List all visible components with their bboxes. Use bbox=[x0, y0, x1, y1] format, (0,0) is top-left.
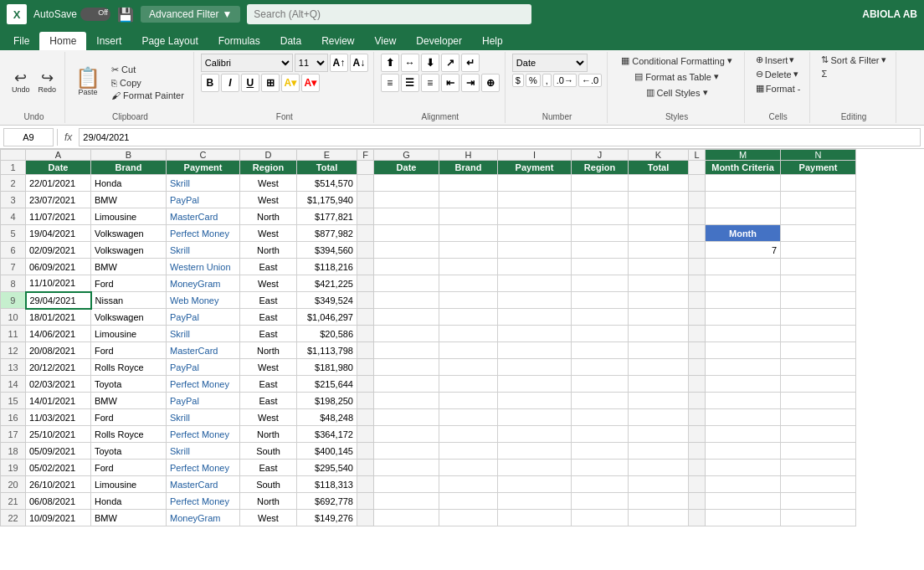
cell-total[interactable]: $364,172 bbox=[297, 426, 357, 443]
cell-payment-criteria[interactable] bbox=[781, 342, 856, 359]
cell-brand[interactable]: Honda bbox=[91, 175, 167, 192]
cell-filter-3[interactable] bbox=[572, 208, 629, 225]
cell-month-criteria[interactable] bbox=[706, 309, 781, 326]
cell-region[interactable]: West bbox=[240, 225, 297, 242]
header-date[interactable]: Date bbox=[26, 161, 91, 175]
font-size-select[interactable]: 11 bbox=[295, 54, 328, 72]
header-region[interactable]: Region bbox=[240, 161, 297, 175]
decrease-font-btn[interactable]: A↓ bbox=[350, 54, 368, 72]
cell-date[interactable]: 06/09/2021 bbox=[26, 259, 91, 275]
autosave-toggle[interactable] bbox=[80, 8, 110, 21]
cell-brand[interactable]: Nissan bbox=[91, 292, 167, 309]
tab-review[interactable]: Review bbox=[311, 32, 364, 50]
cell-filter-4[interactable] bbox=[629, 359, 689, 376]
cell-filter-1[interactable] bbox=[439, 208, 498, 225]
cell-date[interactable]: 20/08/2021 bbox=[26, 342, 91, 359]
cell-filter-1[interactable] bbox=[439, 192, 498, 208]
header-total2[interactable]: Total bbox=[629, 161, 689, 175]
cell-payment-criteria[interactable] bbox=[781, 275, 856, 292]
wrap-text-btn[interactable]: ↵ bbox=[461, 54, 480, 72]
comma-btn[interactable]: , bbox=[542, 74, 552, 87]
cell-date[interactable]: 19/04/2021 bbox=[26, 225, 91, 242]
paste-button[interactable]: 📋 Paste bbox=[72, 66, 104, 98]
cell-filter-4[interactable] bbox=[629, 393, 689, 409]
cell-date[interactable]: 22/01/2021 bbox=[26, 175, 91, 192]
cell-date[interactable]: 14/06/2021 bbox=[26, 326, 91, 342]
grid-container[interactable]: A B C D E F G H I J K L M N bbox=[0, 149, 924, 570]
cell-filter-2[interactable] bbox=[498, 393, 572, 409]
cell-month-criteria[interactable] bbox=[706, 342, 781, 359]
cell-payment[interactable]: Perfect Money bbox=[167, 376, 240, 393]
cell-region[interactable]: West bbox=[240, 192, 297, 208]
italic-button[interactable]: I bbox=[221, 74, 239, 92]
cell-total[interactable]: $181,980 bbox=[297, 359, 357, 376]
cell-payment[interactable]: Skrill bbox=[167, 242, 240, 259]
cell-region[interactable]: East bbox=[240, 326, 297, 342]
decrease-decimal-btn[interactable]: ←.0 bbox=[578, 74, 602, 87]
cell-filter-3[interactable] bbox=[572, 359, 629, 376]
cell-payment-criteria[interactable] bbox=[781, 208, 856, 225]
cell-date[interactable]: 18/01/2021 bbox=[26, 309, 91, 326]
cell-month-criteria[interactable] bbox=[706, 175, 781, 192]
cell-filter-1[interactable] bbox=[439, 460, 498, 476]
cell-filter-1[interactable] bbox=[439, 493, 498, 510]
cell-date[interactable]: 02/03/2021 bbox=[26, 376, 91, 393]
cell-payment[interactable]: PayPal bbox=[167, 393, 240, 409]
cell-payment[interactable]: MoneyGram bbox=[167, 510, 240, 526]
header-total[interactable]: Total bbox=[297, 161, 357, 175]
cell-brand[interactable]: Ford bbox=[91, 342, 167, 359]
format-painter-button[interactable]: 🖌 Format Painter bbox=[107, 90, 188, 101]
cell-filter-2[interactable] bbox=[498, 259, 572, 275]
cell-region[interactable]: North bbox=[240, 342, 297, 359]
cell-region[interactable]: East bbox=[240, 393, 297, 409]
cell-payment-criteria[interactable] bbox=[781, 510, 856, 526]
cell-region[interactable]: West bbox=[240, 175, 297, 192]
cell-filter-2[interactable] bbox=[498, 326, 572, 342]
cell-filter-2[interactable] bbox=[498, 476, 572, 493]
cell-payment-criteria[interactable] bbox=[781, 192, 856, 208]
header-region2[interactable]: Region bbox=[572, 161, 629, 175]
cell-total[interactable]: $349,524 bbox=[297, 292, 357, 309]
col-header-g[interactable]: G bbox=[374, 150, 439, 161]
cell-filter-2[interactable] bbox=[498, 175, 572, 192]
sort-filter-btn[interactable]: ⇅ Sort & Filter ▾ bbox=[817, 54, 890, 66]
cell-brand[interactable]: Honda bbox=[91, 493, 167, 510]
cell-total[interactable]: $118,313 bbox=[297, 476, 357, 493]
formula-input[interactable] bbox=[79, 128, 921, 146]
orientation-btn[interactable]: ↗ bbox=[441, 54, 459, 72]
advanced-filter-button[interactable]: Advanced Filter ▼ bbox=[141, 6, 240, 23]
format-as-table-btn[interactable]: ▤ Format as Table ▾ bbox=[628, 69, 726, 84]
cell-payment-criteria[interactable] bbox=[781, 460, 856, 476]
cell-filter-2[interactable] bbox=[498, 225, 572, 242]
cell-filter-3[interactable] bbox=[572, 393, 629, 409]
cell-filter-3[interactable] bbox=[572, 309, 629, 326]
cell-filter-2[interactable] bbox=[498, 208, 572, 225]
cell-month-criteria[interactable]: Month bbox=[706, 225, 781, 242]
cell-region[interactable]: East bbox=[240, 309, 297, 326]
copy-button[interactable]: ⎘ Copy bbox=[107, 77, 188, 89]
cell-filter-1[interactable] bbox=[439, 393, 498, 409]
cell-payment[interactable]: MoneyGram bbox=[167, 275, 240, 292]
tab-page-layout[interactable]: Page Layout bbox=[131, 32, 208, 50]
conditional-formatting-btn[interactable]: ▦ Conditional Formatting ▾ bbox=[614, 54, 739, 68]
cell-region[interactable]: West bbox=[240, 409, 297, 426]
cell-date[interactable]: 10/09/2021 bbox=[26, 510, 91, 526]
cell-filter-0[interactable] bbox=[374, 326, 439, 342]
cell-filter-4[interactable] bbox=[629, 242, 689, 259]
cell-filter-0[interactable] bbox=[374, 426, 439, 443]
cell-filter-1[interactable] bbox=[439, 342, 498, 359]
cell-payment[interactable]: Web Money bbox=[167, 292, 240, 309]
col-header-a[interactable]: A bbox=[26, 150, 91, 161]
cell-filter-3[interactable] bbox=[572, 510, 629, 526]
cell-brand[interactable]: Volkswagen bbox=[91, 309, 167, 326]
cell-total[interactable]: $20,586 bbox=[297, 326, 357, 342]
col-header-h[interactable]: H bbox=[439, 150, 498, 161]
cell-filter-2[interactable] bbox=[498, 460, 572, 476]
cell-total[interactable]: $1,046,297 bbox=[297, 309, 357, 326]
cell-filter-2[interactable] bbox=[498, 242, 572, 259]
cell-payment[interactable]: Perfect Money bbox=[167, 426, 240, 443]
cell-date[interactable]: 25/10/2021 bbox=[26, 426, 91, 443]
cell-region[interactable]: North bbox=[240, 493, 297, 510]
cell-payment[interactable]: Skrill bbox=[167, 175, 240, 192]
save-button[interactable]: 💾 bbox=[117, 7, 134, 23]
